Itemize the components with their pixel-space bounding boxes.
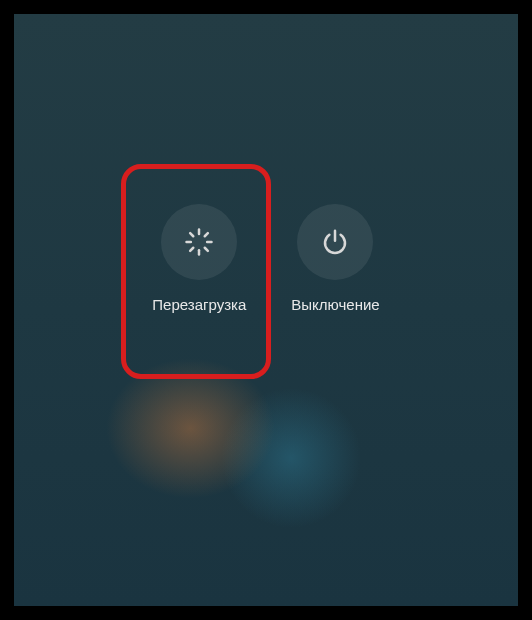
shutdown-label: Выключение [291,296,379,313]
svg-line-4 [190,233,193,236]
reboot-option[interactable]: Перезагрузка [152,204,246,313]
svg-line-7 [205,233,208,236]
power-menu: Перезагрузка Выключение [14,204,518,313]
power-menu-screen: Перезагрузка Выключение [14,14,518,606]
svg-line-5 [205,248,208,251]
power-icon [320,227,350,257]
reboot-label: Перезагрузка [152,296,246,313]
spinner-icon [184,227,214,257]
reboot-icon-circle [161,204,237,280]
shutdown-icon-circle [297,204,373,280]
svg-line-6 [190,248,193,251]
shutdown-option[interactable]: Выключение [291,204,379,313]
